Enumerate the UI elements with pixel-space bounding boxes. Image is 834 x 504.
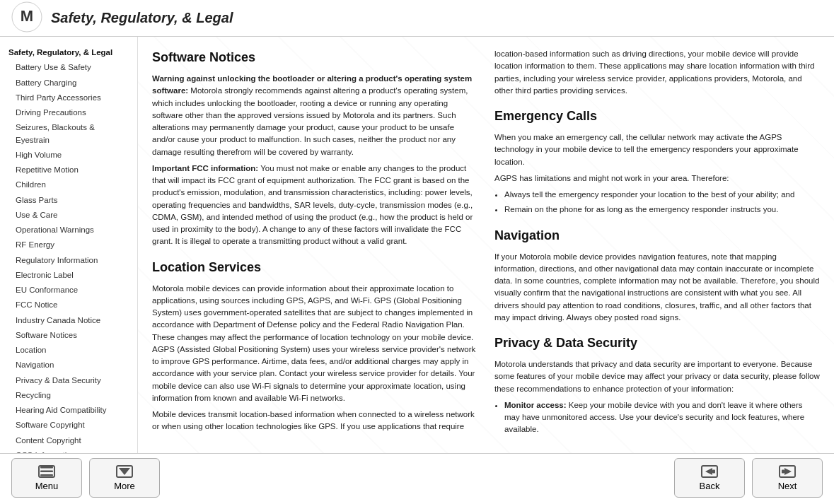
- more-button[interactable]: More: [89, 458, 160, 498]
- sidebar-item-privacy-data-security[interactable]: Privacy & Data Security: [6, 373, 132, 388]
- sidebar-item-battery-charging[interactable]: Battery Charging: [6, 76, 132, 90]
- page-title: Safety, Regulatory, & Legal: [51, 10, 233, 26]
- svg-marker-6: [705, 468, 712, 475]
- emergency-calls-title: Emergency Calls: [494, 107, 820, 126]
- software-notices-section: Software Notices Warning against unlocki…: [152, 48, 477, 248]
- software-notices-title: Software Notices: [152, 48, 477, 67]
- sidebar-item-eu-conformance[interactable]: EU Conformance: [6, 283, 132, 298]
- location-body1: Motorola mobile devices can provide info…: [152, 283, 477, 405]
- emergency-bullet-2: Remain on the phone for as long as the e…: [504, 204, 820, 216]
- emergency-body: When you make an emergency call, the cel…: [494, 131, 820, 168]
- navigation-section: Navigation If your Motorola mobile devic…: [494, 226, 820, 324]
- sidebar-item-children[interactable]: Children: [6, 177, 132, 192]
- menu-icon: [38, 465, 55, 478]
- svg-text:M: M: [21, 7, 33, 25]
- sidebar-item-navigation[interactable]: Navigation: [6, 358, 132, 373]
- back-button[interactable]: Back: [674, 458, 745, 498]
- next-button[interactable]: Next: [752, 458, 823, 498]
- sidebar-item-content-copyright[interactable]: Content Copyright: [6, 433, 132, 448]
- motorola-logo: M: [11, 1, 42, 35]
- location-services-title: Location Services: [152, 258, 477, 277]
- emergency-bullet-1: Always tell the emergency responder your…: [504, 189, 820, 201]
- header: M Safety, Regulatory, & Legal: [0, 0, 834, 37]
- content-area: Software Notices Warning against unlocki…: [138, 37, 834, 453]
- fcc-body: You must not make or enable any changes …: [152, 164, 473, 246]
- sidebar-item-operational-warnings[interactable]: Operational Warnings: [6, 223, 132, 238]
- sidebar-item-glass-parts[interactable]: Glass Parts: [6, 193, 132, 208]
- next-icon: [779, 465, 796, 478]
- sidebar-item-fcc-notice[interactable]: FCC Notice: [6, 298, 132, 312]
- svg-marker-5: [119, 468, 130, 475]
- sidebar-item-oss-information[interactable]: OSS Information: [6, 448, 132, 453]
- emergency-bullets-list: Always tell the emergency responder your…: [504, 189, 820, 216]
- sidebar-item-location[interactable]: Location: [6, 343, 132, 358]
- sidebar-item-safety-regulatory-legal[interactable]: Safety, Regulatory, & Legal: [6, 45, 132, 60]
- back-label: Back: [700, 481, 720, 491]
- sidebar-item-seizures-blackouts-eyestrain[interactable]: Seizures, Blackouts & Eyestrain: [6, 120, 132, 148]
- back-icon: [701, 465, 718, 478]
- sidebar-item-third-party-accessories[interactable]: Third Party Accessories: [6, 90, 132, 105]
- sidebar-item-recycling[interactable]: Recycling: [6, 388, 132, 403]
- agps-note: AGPS has limitations and might not work …: [494, 174, 729, 182]
- sidebar-item-battery-use-safety[interactable]: Battery Use & Safety: [6, 60, 132, 75]
- sidebar-item-rf-energy[interactable]: RF Energy: [6, 238, 132, 252]
- fcc-heading: Important FCC information:: [152, 164, 258, 172]
- privacy-intro: Motorola understands that privacy and da…: [494, 358, 820, 395]
- privacy-bullet: Monitor access: Keep your mobile device …: [504, 399, 820, 436]
- svg-rect-9: [782, 469, 784, 473]
- svg-marker-8: [784, 468, 792, 475]
- main-container: Safety, Regulatory, & LegalBattery Use &…: [0, 37, 834, 453]
- svg-rect-2: [40, 467, 53, 469]
- sidebar-item-software-notices[interactable]: Software Notices: [6, 328, 132, 343]
- sidebar-item-electronic-label[interactable]: Electronic Label: [6, 268, 132, 283]
- more-label: More: [114, 481, 135, 491]
- sidebar-item-regulatory-information[interactable]: Regulatory Information: [6, 253, 132, 268]
- sidebar-item-high-volume[interactable]: High Volume: [6, 148, 132, 163]
- svg-rect-4: [40, 474, 53, 476]
- next-label: Next: [778, 481, 797, 491]
- privacy-title: Privacy & Data Security: [494, 334, 820, 353]
- sidebar-item-industry-canada-notice[interactable]: Industry Canada Notice: [6, 313, 132, 328]
- bottom-nav: Menu More Back Next: [0, 453, 834, 504]
- menu-label: Menu: [35, 481, 59, 491]
- sidebar-item-hearing-aid-compatibility[interactable]: Hearing Aid Compatibility: [6, 403, 132, 418]
- svg-rect-3: [40, 470, 53, 472]
- sidebar-item-driving-precautions[interactable]: Driving Precautions: [6, 105, 132, 120]
- navigation-title: Navigation: [494, 226, 820, 245]
- sidebar: Safety, Regulatory, & LegalBattery Use &…: [0, 37, 138, 453]
- emergency-calls-section: Emergency Calls When you make an emergen…: [494, 107, 820, 216]
- software-notices-warning-body: Motorola strongly recommends against alt…: [152, 86, 468, 156]
- sidebar-item-software-copyright[interactable]: Software Copyright: [6, 418, 132, 433]
- sidebar-item-use-care[interactable]: Use & Care: [6, 208, 132, 223]
- svg-rect-7: [712, 469, 715, 473]
- menu-button[interactable]: Menu: [11, 458, 82, 498]
- more-icon: [116, 465, 133, 478]
- navigation-body: If your Motorola mobile device provides …: [494, 251, 820, 324]
- sidebar-item-repetitive-motion[interactable]: Repetitive Motion: [6, 163, 132, 177]
